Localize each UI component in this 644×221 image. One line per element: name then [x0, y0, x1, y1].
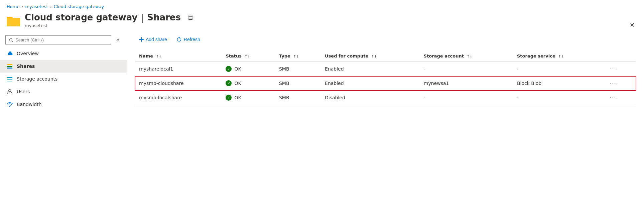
- refresh-button[interactable]: Refresh: [172, 35, 204, 44]
- svg-point-6: [188, 17, 189, 18]
- cell-used-for-compute: Enabled: [321, 62, 420, 76]
- cell-type: SMB: [275, 76, 321, 91]
- users-icon: [7, 89, 13, 95]
- cell-name: mysharelocal1: [135, 62, 222, 76]
- cloud-icon: [7, 50, 13, 57]
- breadcrumb-current[interactable]: Cloud storage gateway: [54, 4, 104, 9]
- cell-storage-account: -: [420, 91, 513, 105]
- svg-rect-2: [7, 18, 20, 26]
- page-subtitle: myasetest: [25, 23, 194, 28]
- sidebar-item-shares[interactable]: Shares: [0, 60, 127, 73]
- sidebar-label-bandwidth: Bandwidth: [17, 102, 42, 107]
- breadcrumb: Home › myasetest › Cloud storage gateway: [7, 4, 637, 9]
- content-area: Add share Refresh Name ↑↓: [127, 29, 644, 221]
- cell-storage-account: -: [420, 62, 513, 76]
- shares-icon: [7, 63, 13, 69]
- add-share-button[interactable]: Add share: [135, 35, 171, 44]
- svg-point-7: [9, 38, 12, 41]
- collapse-button[interactable]: «: [114, 35, 121, 44]
- col-header-status[interactable]: Status ↑↓: [222, 51, 275, 62]
- cell-status: ✓ OK: [222, 91, 275, 105]
- cell-status: ✓ OK: [222, 76, 275, 91]
- status-text: OK: [234, 81, 241, 86]
- search-icon: [9, 38, 13, 42]
- status-text: OK: [234, 95, 241, 100]
- table-row[interactable]: mysharelocal1 ✓ OK SMB Enabled - - ···: [135, 62, 636, 76]
- cell-storage-service: -: [513, 62, 603, 76]
- svg-rect-9: [7, 64, 12, 65]
- status-ok-icon: ✓: [226, 80, 232, 86]
- sidebar-label-overview: Overview: [17, 51, 39, 56]
- status-ok-icon: ✓: [226, 66, 232, 72]
- storage-icon: [7, 76, 13, 82]
- svg-rect-12: [7, 77, 12, 78]
- col-header-storage-account[interactable]: Storage account ↑↓: [420, 51, 513, 62]
- col-header-actions: [603, 51, 636, 62]
- search-box[interactable]: [5, 35, 111, 44]
- refresh-icon: [176, 37, 182, 42]
- sort-icon-type: ↑↓: [293, 54, 299, 58]
- svg-rect-4: [189, 15, 192, 17]
- sidebar-label-storage-accounts: Storage accounts: [17, 76, 57, 82]
- shares-table: Name ↑↓ Status ↑↓ Type ↑↓ Used for com: [135, 51, 636, 105]
- cell-status: ✓ OK: [222, 62, 275, 76]
- sidebar-item-users[interactable]: Users: [0, 85, 127, 98]
- cell-used-for-compute: Enabled: [321, 76, 420, 91]
- col-header-storage-service[interactable]: Storage service ↑↓: [513, 51, 603, 62]
- cell-storage-service: -: [513, 91, 603, 105]
- folder-icon: [7, 14, 20, 26]
- sidebar-item-bandwidth[interactable]: Bandwidth: [0, 98, 127, 111]
- cell-name: mysmb-localshare: [135, 91, 222, 105]
- sidebar-item-storage-accounts[interactable]: Storage accounts: [0, 73, 127, 85]
- status-ok-icon: ✓: [226, 95, 232, 101]
- svg-rect-11: [7, 68, 12, 69]
- sort-icon-compute: ↑↓: [371, 54, 377, 58]
- row-actions-button[interactable]: ···: [607, 94, 619, 101]
- table-row[interactable]: mysmb-localshare ✓ OK SMB Disabled - - ·…: [135, 91, 636, 105]
- cell-type: SMB: [275, 62, 321, 76]
- svg-line-8: [12, 41, 13, 42]
- add-icon: [139, 37, 144, 42]
- sort-icon-name: ↑↓: [156, 54, 162, 58]
- svg-point-16: [9, 106, 10, 107]
- svg-rect-5: [189, 18, 192, 20]
- sort-icon-storage-service: ↑↓: [558, 54, 564, 58]
- svg-rect-10: [7, 66, 12, 67]
- col-header-used-for-compute[interactable]: Used for compute ↑↓: [321, 51, 420, 62]
- cell-actions: ···: [603, 91, 636, 105]
- close-button[interactable]: ✕: [627, 20, 637, 30]
- page-section: Shares: [147, 12, 181, 22]
- search-input[interactable]: [15, 37, 108, 42]
- cell-actions: ···: [603, 76, 636, 91]
- sidebar-item-overview[interactable]: Overview: [0, 47, 127, 60]
- svg-rect-14: [7, 81, 12, 82]
- cell-actions: ···: [603, 62, 636, 76]
- sidebar: « Overview: [0, 29, 127, 221]
- breadcrumb-home[interactable]: Home: [7, 4, 19, 9]
- toolbar: Add share Refresh: [135, 35, 636, 44]
- row-actions-button[interactable]: ···: [607, 65, 619, 73]
- table-row[interactable]: mysmb-cloudshare ✓ OK SMB Enabled mynews…: [135, 76, 636, 91]
- col-header-name[interactable]: Name ↑↓: [135, 51, 222, 62]
- cell-name: mysmb-cloudshare: [135, 76, 222, 91]
- cell-used-for-compute: Disabled: [321, 91, 420, 105]
- cell-storage-service: Block Blob: [513, 76, 603, 91]
- page-title: Cloud storage gateway: [25, 12, 137, 22]
- sort-icon-status: ↑↓: [245, 54, 250, 58]
- breadcrumb-myasetest[interactable]: myasetest: [25, 4, 48, 9]
- table-header-row: Name ↑↓ Status ↑↓ Type ↑↓ Used for com: [135, 51, 636, 62]
- sidebar-label-users: Users: [17, 89, 30, 94]
- col-header-type[interactable]: Type ↑↓: [275, 51, 321, 62]
- wifi-icon: [7, 101, 13, 107]
- status-text: OK: [234, 66, 241, 72]
- sort-icon-storage-account: ↑↓: [467, 54, 473, 58]
- cell-storage-account: mynewsa1: [420, 76, 513, 91]
- sidebar-label-shares: Shares: [17, 64, 35, 69]
- cell-type: SMB: [275, 91, 321, 105]
- print-icon[interactable]: [187, 14, 194, 21]
- row-actions-button[interactable]: ···: [607, 80, 619, 87]
- svg-rect-13: [7, 79, 12, 80]
